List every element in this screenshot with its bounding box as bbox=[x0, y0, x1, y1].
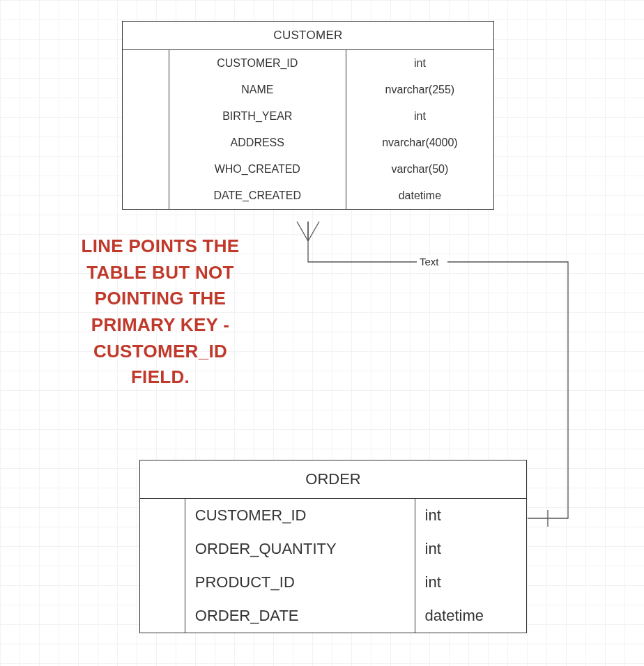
annotation-line: POINTING THE bbox=[95, 288, 227, 309]
key-cell bbox=[140, 499, 185, 532]
entity-order-name-column: CUSTOMER_ID ORDER_QUANTITY PRODUCT_ID OR… bbox=[185, 499, 415, 633]
field-name: DATE_CREATED bbox=[169, 183, 346, 209]
field-type: int bbox=[346, 50, 493, 77]
annotation-line: PRIMARY KEY - bbox=[91, 314, 229, 335]
entity-order-body: CUSTOMER_ID ORDER_QUANTITY PRODUCT_ID OR… bbox=[140, 499, 526, 633]
key-cell bbox=[123, 130, 169, 156]
field-name: NAME bbox=[169, 77, 346, 103]
entity-order-title: ORDER bbox=[140, 460, 526, 499]
field-type: datetime bbox=[415, 599, 526, 633]
entity-order[interactable]: ORDER CUSTOMER_ID ORDER_QUANTITY PRODUCT… bbox=[139, 460, 527, 633]
field-name: ORDER_DATE bbox=[185, 599, 415, 633]
field-name: ORDER_QUANTITY bbox=[185, 532, 415, 566]
key-cell bbox=[140, 566, 185, 599]
annotation-line: FIELD. bbox=[131, 366, 190, 387]
field-type: int bbox=[346, 103, 493, 130]
key-cell bbox=[123, 183, 169, 209]
field-type: int bbox=[415, 532, 526, 566]
annotation-line: TABLE BUT NOT bbox=[86, 262, 233, 283]
key-cell bbox=[123, 50, 169, 77]
field-type: int bbox=[415, 566, 526, 599]
annotation-line: LINE POINTS THE bbox=[82, 235, 240, 256]
key-cell bbox=[123, 77, 169, 103]
field-name: CUSTOMER_ID bbox=[185, 499, 415, 532]
entity-customer-title: CUSTOMER bbox=[123, 22, 493, 50]
field-name: PRODUCT_ID bbox=[185, 566, 415, 599]
entity-customer-name-column: CUSTOMER_ID NAME BIRTH_YEAR ADDRESS WHO_… bbox=[169, 50, 346, 209]
annotation-line: CUSTOMER_ID bbox=[93, 341, 227, 362]
annotation-text: LINE POINTS THE TABLE BUT NOT POINTING T… bbox=[42, 233, 279, 391]
key-cell bbox=[140, 599, 185, 633]
entity-order-type-column: int int int datetime bbox=[415, 499, 526, 633]
field-name: CUSTOMER_ID bbox=[169, 50, 346, 77]
entity-order-key-column bbox=[140, 499, 185, 633]
entity-customer-key-column bbox=[123, 50, 169, 209]
field-name: WHO_CREATED bbox=[169, 156, 346, 183]
field-type: nvarchar(255) bbox=[346, 77, 493, 103]
entity-customer-type-column: int nvarchar(255) int nvarchar(4000) var… bbox=[346, 50, 493, 209]
field-type: datetime bbox=[346, 183, 493, 209]
entity-customer-body: CUSTOMER_ID NAME BIRTH_YEAR ADDRESS WHO_… bbox=[123, 50, 493, 209]
key-cell bbox=[140, 532, 185, 566]
field-type: int bbox=[415, 499, 526, 532]
key-cell bbox=[123, 156, 169, 183]
key-cell bbox=[123, 103, 169, 130]
entity-customer[interactable]: CUSTOMER CUSTOMER_ID NAME BIRTH_YEAR ADD… bbox=[122, 21, 494, 210]
field-name: BIRTH_YEAR bbox=[169, 103, 346, 130]
field-type: nvarchar(4000) bbox=[346, 130, 493, 156]
field-name: ADDRESS bbox=[169, 130, 346, 156]
field-type: varchar(50) bbox=[346, 156, 493, 183]
